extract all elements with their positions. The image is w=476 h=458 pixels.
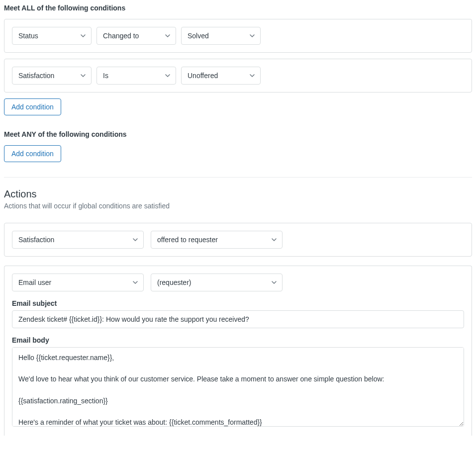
condition-field-select[interactable]: Satisfaction	[12, 67, 92, 85]
select-value: Email user	[18, 278, 51, 286]
add-condition-button[interactable]: Add condition	[4, 145, 61, 162]
select-value: Satisfaction	[18, 72, 54, 80]
action-field-select[interactable]: Satisfaction	[12, 231, 144, 249]
conditions-all-heading: Meet ALL of the following conditions	[4, 4, 472, 12]
condition-value-select[interactable]: Unoffered	[181, 67, 261, 85]
select-value: Unoffered	[188, 72, 218, 80]
email-body-textarea[interactable]	[12, 347, 464, 427]
select-value: Solved	[188, 32, 209, 40]
action-value-select[interactable]: offered to requester	[151, 231, 283, 249]
condition-operator-select[interactable]: Changed to	[96, 27, 176, 45]
chevron-down-icon	[249, 33, 255, 39]
action-value-select[interactable]: (requester)	[151, 274, 283, 291]
condition-value-select[interactable]: Solved	[181, 27, 261, 45]
chevron-down-icon	[249, 73, 255, 79]
chevron-down-icon	[80, 73, 86, 79]
email-subject-label: Email subject	[12, 299, 464, 307]
actions-subtext: Actions that will occur if global condit…	[4, 202, 472, 210]
conditions-any-heading: Meet ANY of the following conditions	[4, 130, 472, 138]
chevron-down-icon	[165, 73, 171, 79]
select-value: Is	[103, 72, 108, 80]
condition-row: Status Changed to Solved	[4, 19, 472, 53]
chevron-down-icon	[132, 279, 138, 285]
condition-row: Satisfaction Is Unoffered	[4, 59, 472, 92]
select-value: Changed to	[103, 32, 139, 40]
email-subject-input[interactable]	[12, 310, 464, 328]
chevron-down-icon	[271, 237, 277, 243]
select-value: (requester)	[157, 278, 191, 286]
select-value: Satisfaction	[18, 236, 54, 244]
chevron-down-icon	[271, 279, 277, 285]
chevron-down-icon	[132, 237, 138, 243]
condition-field-select[interactable]: Status	[12, 27, 92, 45]
action-field-select[interactable]: Email user	[12, 274, 144, 291]
chevron-down-icon	[80, 33, 86, 39]
section-divider	[4, 177, 472, 178]
add-condition-button[interactable]: Add condition	[4, 98, 61, 115]
chevron-down-icon	[165, 33, 171, 39]
action-row: Satisfaction offered to requester	[4, 223, 472, 257]
action-row: Email user (requester) Email subject Ema…	[4, 266, 472, 436]
condition-operator-select[interactable]: Is	[96, 67, 176, 85]
email-body-label: Email body	[12, 336, 464, 344]
select-value: Status	[18, 32, 38, 40]
select-value: offered to requester	[157, 236, 218, 244]
actions-heading: Actions	[4, 188, 472, 200]
